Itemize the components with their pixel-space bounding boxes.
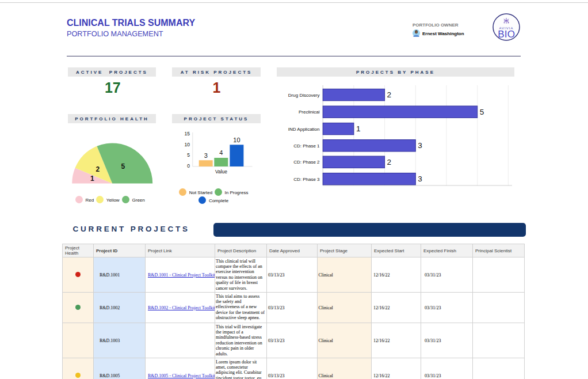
svg-text:Preclinical: Preclinical xyxy=(299,109,320,115)
svg-text:15: 15 xyxy=(185,131,190,137)
svg-text:5: 5 xyxy=(121,162,125,170)
svg-text:Value: Value xyxy=(215,169,227,175)
svg-text:1: 1 xyxy=(356,124,361,133)
svg-text:CD: Phase 1: CD: Phase 1 xyxy=(293,143,320,149)
svg-text:5: 5 xyxy=(187,152,190,158)
svg-text:3: 3 xyxy=(418,175,422,183)
svg-text:0: 0 xyxy=(187,163,190,169)
svg-text:5: 5 xyxy=(480,108,484,116)
svg-text:2: 2 xyxy=(387,90,392,99)
svg-text:Drug Discovery: Drug Discovery xyxy=(288,93,320,98)
svg-text:2: 2 xyxy=(96,165,100,173)
svg-text:1: 1 xyxy=(90,175,94,183)
svg-text:3: 3 xyxy=(418,141,422,150)
svg-text:CD: Phase 2: CD: Phase 2 xyxy=(293,160,320,165)
svg-text:IND Application: IND Application xyxy=(288,127,320,132)
svg-text:2: 2 xyxy=(387,158,392,166)
svg-text:10: 10 xyxy=(233,137,240,143)
svg-text:BIO: BIO xyxy=(498,29,515,40)
svg-text:3: 3 xyxy=(204,152,208,159)
svg-text:10: 10 xyxy=(185,142,190,147)
svg-text:4: 4 xyxy=(219,149,223,156)
svg-text:CD: Phase 3: CD: Phase 3 xyxy=(293,177,320,182)
